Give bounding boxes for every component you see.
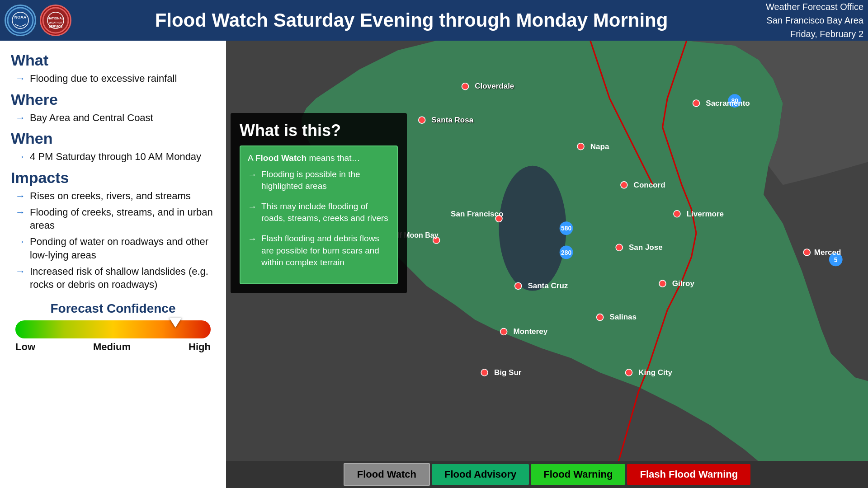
legend-flood-warning: Flood Warning [531, 464, 625, 485]
what-is-this-box: What is this? A Flood Watch means that… … [231, 113, 407, 293]
intro-bold: Flood Watch [255, 153, 307, 163]
when-bullet-text: 4 PM Saturday through 10 AM Monday [30, 150, 201, 164]
what-bullet-3: → Flash flooding and debris flows are po… [248, 233, 390, 269]
header: NOAA NATIONAL WEATHER SERVICE Flood Watc… [0, 0, 868, 41]
svg-text:Gilroy: Gilroy [672, 279, 695, 288]
what-bullet-text: Flooding due to excessive rainfall [30, 72, 177, 85]
confidence-section: Forecast Confidence Low Medium High [11, 301, 215, 353]
what-box-inner: A Flood Watch means that… → Flooding is … [240, 145, 398, 284]
impact-arrow-4: → [15, 266, 25, 277]
legend-flood-advisory-label: Flood Advisory [444, 469, 516, 480]
when-arrow-icon: → [15, 151, 25, 163]
impact-arrow-1: → [15, 190, 25, 202]
svg-point-23 [419, 117, 425, 123]
what-bullet-text-2: This may include flooding of roads, stre… [261, 201, 390, 225]
legend-flood-watch-label: Flood Watch [357, 469, 416, 480]
svg-point-21 [462, 83, 469, 90]
impact-text-2: Flooding of creeks, streams, and in urba… [30, 206, 215, 232]
legend-flash-flood-label: Flash Flood Warning [640, 469, 738, 480]
intro-rest: means that… [307, 153, 360, 163]
svg-text:SERVICE: SERVICE [49, 25, 63, 28]
when-heading: When [11, 130, 215, 147]
svg-text:NOAA: NOAA [14, 15, 27, 19]
when-bullet-row: → 4 PM Saturday through 10 AM Monday [15, 150, 215, 164]
confidence-labels: Low Medium High [15, 341, 211, 353]
what-bullet-arrow-1: → [248, 169, 257, 180]
svg-point-37 [616, 244, 623, 251]
impact-text-1: Rises on creeks, rivers, and streams [30, 189, 191, 203]
svg-point-39 [803, 249, 810, 256]
svg-text:Monterey: Monterey [513, 327, 547, 336]
impact-bullet-1: → Rises on creeks, rivers, and streams [15, 189, 215, 203]
office-line3: Friday, February 2 [790, 29, 863, 39]
impact-text-3: Ponding of water on roadways and other l… [30, 235, 215, 262]
legend-flash-flood-warning: Flash Flood Warning [627, 464, 750, 485]
legend-bar: Flood Watch Flood Advisory Flood Warning… [226, 461, 868, 488]
what-bullet-text-3: Flash flooding and debris flows are poss… [261, 233, 390, 269]
svg-text:Livermore: Livermore [687, 210, 724, 218]
confidence-low-label: Low [15, 341, 35, 353]
where-arrow-icon: → [15, 112, 25, 124]
what-bullet-arrow-3: → [248, 234, 257, 244]
svg-point-29 [621, 182, 627, 188]
office-line2: San Francisco Bay Area [766, 15, 863, 25]
intro-a: A [248, 153, 255, 163]
impact-bullet-2: → Flooding of creeks, streams, and in ur… [15, 206, 215, 232]
svg-text:Napa: Napa [590, 142, 609, 151]
svg-point-51 [626, 369, 632, 376]
svg-text:San Francisco: San Francisco [451, 210, 503, 218]
svg-point-3 [43, 8, 68, 33]
what-bullet-1: → Flooding is possible in the highlighte… [248, 169, 390, 192]
svg-point-47 [597, 314, 604, 321]
svg-point-12 [499, 166, 566, 291]
svg-text:King City: King City [638, 368, 672, 377]
impact-bullet-3: → Ponding of water on roadways and other… [15, 235, 215, 262]
svg-text:Merced: Merced [814, 248, 841, 257]
svg-point-0 [8, 8, 33, 33]
svg-text:5: 5 [834, 256, 838, 263]
what-bullet-2: → This may include flooding of roads, st… [248, 201, 390, 225]
svg-text:San Jose: San Jose [629, 243, 663, 252]
legend-flood-watch: Flood Watch [344, 463, 430, 486]
nws-logo: NATIONAL WEATHER SERVICE [40, 5, 71, 36]
what-bullet-arrow-2: → [248, 202, 257, 212]
svg-text:Santa Rosa: Santa Rosa [432, 116, 474, 124]
svg-point-41 [515, 282, 522, 289]
header-logos: NOAA NATIONAL WEATHER SERVICE [5, 5, 86, 36]
svg-text:580: 580 [561, 225, 571, 232]
map-panel: 580 280 80 5 Cloverdale Santa Rosa Sacra… [226, 41, 868, 488]
header-title: Flood Watch Saturday Evening through Mon… [86, 9, 737, 31]
what-box-intro: A Flood Watch means that… [248, 153, 390, 164]
legend-flood-advisory: Flood Advisory [432, 464, 529, 485]
left-panel: What → Flooding due to excessive rainfal… [0, 41, 226, 488]
svg-text:Salinas: Salinas [609, 313, 637, 321]
what-arrow-icon: → [15, 73, 25, 84]
confidence-indicator [169, 318, 182, 328]
svg-point-25 [693, 100, 700, 107]
main-content: What → Flooding due to excessive rainfal… [0, 41, 868, 488]
legend-flood-warning-label: Flood Warning [543, 469, 613, 480]
svg-text:Sacramento: Sacramento [706, 99, 750, 108]
confidence-high-label: High [189, 341, 211, 353]
impact-text-4: Increased risk of shallow landslides (e.… [30, 265, 215, 291]
svg-point-43 [659, 280, 666, 287]
where-heading: Where [11, 91, 215, 108]
impact-arrow-2: → [15, 206, 25, 218]
noaa-logo: NOAA [5, 5, 36, 36]
office-line1: Weather Forecast Office [766, 2, 863, 12]
svg-text:Concord: Concord [634, 181, 665, 189]
svg-text:Santa Cruz: Santa Cruz [528, 282, 568, 290]
svg-text:280: 280 [561, 249, 571, 256]
svg-text:NATIONAL: NATIONAL [47, 17, 64, 20]
svg-point-45 [500, 328, 507, 335]
header-office: Weather Forecast Office San Francisco Ba… [737, 0, 863, 41]
what-box-title: What is this? [240, 121, 398, 140]
svg-text:Big Sur: Big Sur [494, 368, 522, 377]
what-bullet-text-1: Flooding is possible in the highlighted … [261, 169, 390, 192]
confidence-medium-label: Medium [93, 341, 131, 353]
svg-point-27 [577, 143, 584, 150]
what-heading: What [11, 52, 215, 69]
where-bullet-text: Bay Area and Central Coast [30, 111, 153, 125]
svg-text:WEATHER: WEATHER [49, 21, 63, 24]
confidence-title: Forecast Confidence [11, 301, 215, 316]
